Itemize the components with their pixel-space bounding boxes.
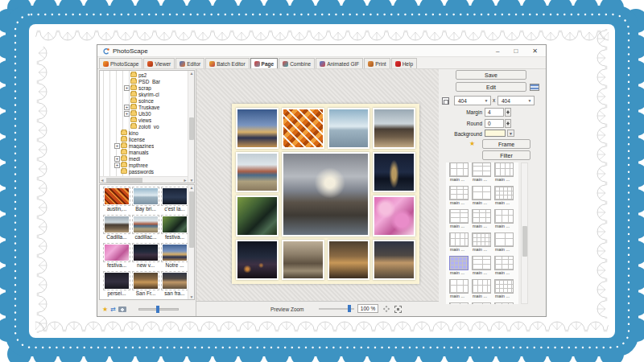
tree-item[interactable]: license (100, 136, 188, 142)
app-tab[interactable]: Batch Editor (205, 58, 249, 68)
collage-photo[interactable] (236, 108, 279, 149)
expand-icon[interactable]: + (114, 156, 120, 162)
layout-template-preview[interactable] (472, 186, 491, 200)
tree-item[interactable]: zoloti_vo (100, 123, 188, 130)
layout-template-preview[interactable] (494, 186, 514, 200)
layout-template[interactable]: main ... (472, 232, 493, 253)
layout-template[interactable]: main ... (494, 186, 515, 207)
filter-button[interactable]: Filter (482, 150, 530, 160)
collage-photo[interactable] (236, 240, 279, 281)
layout-template[interactable]: main ... (472, 186, 493, 207)
layout-template[interactable]: main ... (449, 279, 470, 300)
actual-size-icon[interactable] (394, 306, 402, 313)
thumbnail-vertical-scrollbar[interactable]: ▲ ▼ (188, 185, 194, 299)
layout-template-preview[interactable] (494, 162, 514, 177)
thumbnail-item[interactable]: persei... (103, 271, 130, 298)
layout-template[interactable]: main ... (472, 162, 493, 183)
collage-photo[interactable] (373, 152, 415, 193)
app-tab[interactable]: Viewer (143, 58, 175, 68)
tree-vertical-scrollbar[interactable]: ▲ ▼ (188, 71, 194, 183)
app-tab[interactable]: PhotoScape (99, 58, 142, 68)
layout-template-preview[interactable] (472, 279, 491, 294)
layout-template-preview[interactable] (449, 209, 469, 224)
close-button[interactable]: ✕ (532, 45, 538, 57)
edit-options-icon[interactable] (530, 84, 539, 91)
margin-spinner[interactable] (505, 108, 511, 117)
layout-template-preview[interactable] (494, 279, 514, 294)
layout-template-preview[interactable] (449, 232, 469, 247)
collage-canvas[interactable] (232, 104, 419, 284)
expand-icon[interactable]: + (124, 111, 130, 117)
tree-item[interactable]: + Ub30 (100, 110, 188, 117)
collage-photo[interactable] (282, 108, 324, 149)
height-combo[interactable]: 404 ▼ (497, 96, 535, 105)
layout-template[interactable]: main ... (494, 279, 515, 300)
tree-item[interactable]: + mpthree (100, 162, 188, 168)
thumbnail-item[interactable]: Notre ... (161, 243, 188, 269)
tree-item[interactable]: + Truskave (100, 104, 188, 110)
layout-template[interactable]: main ... (472, 302, 493, 304)
collage-photo[interactable] (282, 152, 370, 237)
convert-icon[interactable]: ⇄ (110, 306, 116, 313)
minimize-button[interactable]: – (496, 45, 499, 57)
layout-template[interactable]: main ... (472, 256, 493, 277)
layout-template-preview[interactable] (494, 302, 514, 304)
app-tab[interactable]: Editor (175, 58, 204, 68)
tree-item[interactable]: + magazines (100, 142, 188, 149)
camera-icon[interactable] (118, 306, 126, 312)
layout-template[interactable]: main ... (494, 162, 515, 183)
tree-item[interactable]: + medi (100, 155, 188, 162)
frame-button[interactable]: Frame (482, 139, 530, 149)
expand-icon[interactable]: + (124, 85, 130, 91)
layout-template[interactable]: main ... (449, 186, 470, 207)
thumbnail-item[interactable]: c'est la... (161, 187, 188, 213)
layout-template[interactable]: main ... (449, 209, 470, 230)
save-button[interactable]: Save (456, 70, 526, 80)
layout-template[interactable]: main ... (494, 256, 515, 277)
collage-photo[interactable] (282, 240, 324, 281)
layout-template[interactable]: main ... (472, 279, 493, 300)
tree-item[interactable]: ps2 (100, 72, 188, 78)
width-combo[interactable]: 404 ▼ (454, 96, 491, 105)
edit-button[interactable]: Edit (456, 82, 526, 92)
tree-item[interactable]: kino (100, 130, 188, 136)
tree-item[interactable]: solnce (100, 97, 188, 104)
preview-zoom-slider[interactable] (319, 305, 354, 313)
thumbnail-item[interactable] (132, 299, 159, 300)
thumbnail-item[interactable]: San Fr... (132, 271, 159, 298)
layout-template[interactable]: main ... (494, 232, 515, 253)
background-color-swatch[interactable] (485, 130, 506, 137)
layout-template-preview[interactable] (494, 256, 514, 270)
app-tab[interactable]: Help (391, 58, 417, 68)
collage-photo[interactable] (373, 108, 415, 149)
layout-template[interactable]: main ... (449, 232, 470, 253)
round-input[interactable]: 0 (485, 119, 504, 128)
layout-template-preview[interactable] (449, 302, 469, 304)
layout-template-preview[interactable] (449, 162, 469, 177)
app-tab[interactable]: Combine (279, 58, 315, 68)
thumbnail-item[interactable]: cadillac... (132, 215, 159, 241)
thumbnail-item[interactable]: festiva... (161, 215, 188, 241)
layout-template[interactable]: main ... (494, 302, 515, 304)
thumbnail-item[interactable]: new v... (132, 243, 159, 269)
expand-icon[interactable]: + (114, 143, 120, 149)
tree-item[interactable]: views (100, 117, 188, 123)
tree-item[interactable]: skyrim-cl (100, 91, 188, 97)
template-vertical-scrollbar[interactable] (521, 162, 528, 304)
tree-item[interactable]: PSD_Bar (100, 78, 188, 84)
tree-horizontal-scrollbar[interactable]: ◄ ► (100, 176, 188, 183)
layout-template[interactable]: main ... (449, 162, 470, 183)
margin-input[interactable]: 4 (485, 108, 504, 117)
thumbnail-item[interactable]: festiva... (103, 243, 130, 269)
chevron-down-icon[interactable]: ▼ (483, 97, 489, 104)
thumbnail-item[interactable]: austin,... (103, 187, 130, 213)
layout-template-preview[interactable] (449, 186, 469, 200)
zoom-percent-box[interactable]: 100 % (357, 304, 378, 313)
layout-template-preview[interactable] (449, 256, 469, 270)
layout-template[interactable]: main ... (494, 209, 515, 230)
thumbnail-size-slider[interactable] (138, 305, 179, 313)
round-spinner[interactable] (505, 119, 511, 128)
app-tab[interactable]: Animated GIF (316, 58, 363, 68)
tree-item[interactable]: manuals (100, 149, 188, 155)
layout-template-preview[interactable] (472, 232, 491, 247)
